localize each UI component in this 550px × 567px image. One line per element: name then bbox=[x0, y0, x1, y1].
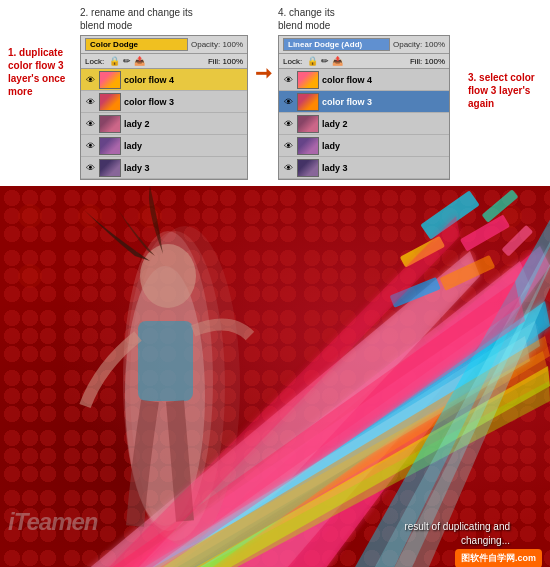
layer-name: color flow 4 bbox=[322, 75, 446, 85]
layer-row[interactable]: 👁 color flow 3 bbox=[279, 91, 449, 113]
eye-icon[interactable]: 👁 bbox=[84, 96, 96, 108]
layer-row[interactable]: 👁 color flow 4 bbox=[279, 69, 449, 91]
site-badge: 图软件自学网.com bbox=[455, 549, 542, 567]
layer-row[interactable]: 👁 lady bbox=[279, 135, 449, 157]
left-opacity-label: Opacity: 100% bbox=[191, 40, 243, 49]
eye-icon[interactable]: 👁 bbox=[84, 162, 96, 174]
layer-row[interactable]: 👁 lady 2 bbox=[81, 113, 247, 135]
svg-rect-24 bbox=[460, 214, 510, 251]
layer-name: lady 2 bbox=[322, 119, 446, 129]
right-opacity-label: Opacity: 100% bbox=[393, 40, 445, 49]
left-fill-label: Fill: 100% bbox=[208, 57, 243, 66]
layer-thumb bbox=[99, 93, 121, 111]
right-blend-dropdown[interactable]: Linear Dodge (Add) bbox=[283, 38, 390, 51]
step1-label: 1. duplicate color flow 3 layer's once m… bbox=[8, 6, 80, 98]
svg-point-0 bbox=[18, 204, 42, 228]
layer-name: lady 3 bbox=[322, 163, 446, 173]
layer-thumb bbox=[99, 115, 121, 133]
eye-icon[interactable]: 👁 bbox=[282, 162, 294, 174]
layer-name: color flow 4 bbox=[124, 75, 244, 85]
layer-row[interactable]: 👁 color flow 3 bbox=[81, 91, 247, 113]
top-section: 1. duplicate color flow 3 layer's once m… bbox=[0, 0, 550, 186]
eye-icon[interactable]: 👁 bbox=[282, 140, 294, 152]
layer-name: lady bbox=[322, 141, 446, 151]
step3-label: 3. select color flow 3 layer's again bbox=[468, 71, 540, 110]
left-blend-dropdown[interactable]: Color Dodge bbox=[85, 38, 188, 51]
svg-rect-28 bbox=[501, 225, 533, 257]
eye-icon[interactable]: 👁 bbox=[84, 74, 96, 86]
layer-name: lady 2 bbox=[124, 119, 244, 129]
layer-row[interactable]: 👁 lady 3 bbox=[279, 157, 449, 179]
left-ps-panel: Color Dodge Opacity: 100% Lock: 🔒 ✏ 📤 Fi… bbox=[80, 35, 248, 180]
layer-row[interactable]: 👁 lady 3 bbox=[81, 157, 247, 179]
right-fill-label: Fill: 100% bbox=[410, 57, 445, 66]
eye-icon[interactable]: 👁 bbox=[84, 140, 96, 152]
bottom-image: iTeamen result of duplicating and changi… bbox=[0, 186, 550, 567]
svg-point-5 bbox=[18, 264, 42, 288]
left-lock-label: Lock: bbox=[85, 57, 104, 66]
layer-name: color flow 3 bbox=[124, 97, 244, 107]
layer-row[interactable]: 👁 lady bbox=[81, 135, 247, 157]
svg-point-1 bbox=[78, 204, 102, 228]
right-arrow-icon: ➞ bbox=[255, 61, 272, 85]
svg-point-34 bbox=[140, 244, 196, 308]
layer-thumb bbox=[297, 115, 319, 133]
result-label: result of duplicating and changing... bbox=[404, 520, 510, 548]
layer-thumb bbox=[99, 71, 121, 89]
svg-rect-35 bbox=[138, 321, 193, 401]
right-ps-panel: Linear Dodge (Add) Opacity: 100% Lock: 🔒… bbox=[278, 35, 450, 180]
layer-name: lady 3 bbox=[124, 163, 244, 173]
eye-icon[interactable]: 👁 bbox=[282, 74, 294, 86]
watermark-text: iTeamen bbox=[8, 508, 97, 536]
eye-icon[interactable]: 👁 bbox=[282, 96, 294, 108]
eye-icon[interactable]: 👁 bbox=[84, 118, 96, 130]
layer-thumb bbox=[297, 93, 319, 111]
right-lock-label: Lock: bbox=[283, 57, 302, 66]
layer-thumb bbox=[99, 159, 121, 177]
layer-row[interactable]: 👁 color flow 4 bbox=[81, 69, 247, 91]
layer-thumb bbox=[297, 71, 319, 89]
eye-icon[interactable]: 👁 bbox=[282, 118, 294, 130]
layer-thumb bbox=[99, 137, 121, 155]
step4-label: 4. change its blend mode bbox=[278, 6, 358, 32]
layer-row[interactable]: 👁 lady 2 bbox=[279, 113, 449, 135]
layer-thumb bbox=[297, 137, 319, 155]
layer-name: lady bbox=[124, 141, 244, 151]
step2-label: 2. rename and change its blend mode bbox=[80, 6, 193, 32]
layer-name: color flow 3 bbox=[322, 97, 446, 107]
layer-thumb bbox=[297, 159, 319, 177]
